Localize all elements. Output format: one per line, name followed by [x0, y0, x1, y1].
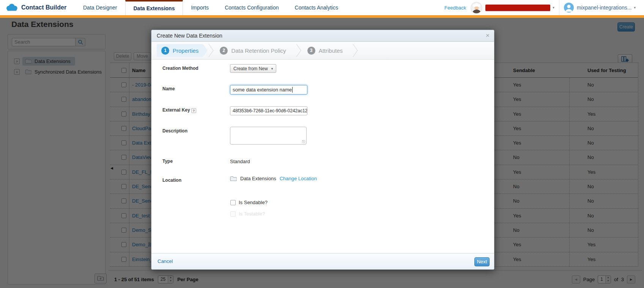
einstein-avatar[interactable]	[471, 2, 482, 14]
nav-tab[interactable]: Data Designer	[75, 0, 125, 15]
modal-title: Create New Data Extension	[157, 33, 222, 39]
chevron-down-icon[interactable]: ▾	[553, 6, 554, 9]
folder-icon	[230, 176, 237, 181]
app-root: Contact Builder Data Designer Data Exten…	[0, 0, 644, 288]
nav-tab[interactable]: Contacts Analytics	[287, 0, 346, 15]
chevron-separator-icon	[208, 44, 214, 57]
wizard-step[interactable]: 3 Attributes	[303, 44, 359, 57]
modal-body: Creation Method Create from New ▾ Name s…	[151, 60, 494, 253]
create-data-extension-modal: Create New Data Extension × 1 Properties…	[151, 30, 494, 270]
nav-divider	[559, 0, 559, 15]
user-avatar[interactable]	[564, 3, 574, 13]
nav-tabs: Data Designer Data Extensions Imports Co…	[75, 0, 346, 15]
redacted-org-name[interactable]	[485, 5, 550, 11]
person-icon	[564, 3, 574, 13]
type-value: Standard	[230, 159, 250, 164]
help-icon[interactable]: ?	[191, 108, 196, 113]
chevron-separator-icon	[296, 44, 301, 57]
wizard-steps: 1 Properties 2 Data Retention Policy 3 A…	[151, 42, 494, 60]
description-label: Description	[162, 128, 187, 134]
accent-bar	[0, 15, 644, 18]
modal-footer: Cancel Next	[151, 253, 494, 269]
nav-tab-label: Contacts Configuration	[225, 5, 279, 11]
nav-tab-label: Contacts Analytics	[295, 5, 338, 11]
location-row: Data Extensions Change Location	[230, 176, 317, 181]
external-key-input[interactable]: 48f353b6-7268-11ec-90d6-0242ac1200	[230, 106, 307, 115]
nav-tab[interactable]: Contacts Configuration	[217, 0, 287, 15]
creation-method-label: Creation Method	[162, 66, 198, 71]
change-location-link[interactable]: Change Location	[280, 176, 317, 181]
einstein-icon	[471, 2, 482, 14]
step-body: 1 Properties	[157, 44, 208, 57]
nav-tab-label: Data Designer	[83, 5, 117, 11]
is-testable-row: Is Testable?	[230, 211, 265, 217]
location-value: Data Extensions	[240, 176, 276, 181]
chevron-separator-icon	[353, 44, 358, 57]
is-sendable-checkbox[interactable]	[230, 200, 236, 205]
nav-right: Feedback ▾ mixpanel-integrations... ▾	[444, 0, 644, 15]
step-body: 3 Attributes	[303, 44, 352, 57]
nav-tab[interactable]: Data Extensions	[125, 0, 183, 15]
external-key-value: 48f353b6-7268-11ec-90d6-0242ac1200	[233, 108, 307, 113]
modal-title-bar: Create New Data Extension ×	[151, 30, 494, 42]
creation-method-value: Create from New	[233, 66, 268, 71]
name-input[interactable]: some data extension name	[230, 85, 307, 94]
creation-method-dropdown[interactable]: Create from New ▾	[230, 64, 276, 73]
chevron-down-icon[interactable]: ▾	[634, 6, 636, 9]
step-number-badge: 1	[161, 47, 169, 55]
nav-tab-label: Data Extensions	[134, 5, 175, 11]
step-label: Data Retention Policy	[231, 47, 286, 54]
account-name[interactable]: mixpanel-integrations...	[577, 5, 632, 11]
type-label: Type	[162, 159, 173, 164]
name-label: Name	[162, 86, 175, 91]
external-key-label: External Key	[162, 107, 190, 113]
text-cursor	[292, 87, 293, 93]
top-nav: Contact Builder Data Designer Data Exten…	[0, 0, 644, 15]
step-label: Attributes	[319, 47, 343, 54]
cloud-logo	[5, 3, 18, 12]
feedback-link[interactable]: Feedback	[444, 5, 466, 11]
is-testable-checkbox	[230, 211, 236, 217]
close-icon[interactable]: ×	[486, 30, 490, 41]
cancel-link[interactable]: Cancel	[157, 253, 173, 269]
step-number-badge: 3	[307, 47, 315, 55]
description-textarea[interactable]	[230, 127, 307, 145]
nav-tab[interactable]: Imports	[183, 0, 217, 15]
step-body: 2 Data Retention Policy	[215, 44, 295, 57]
location-label: Location	[162, 178, 181, 183]
nav-tab-label: Imports	[191, 5, 209, 11]
brand: Contact Builder	[5, 0, 66, 15]
is-sendable-label: Is Sendable?	[239, 200, 268, 205]
step-number-badge: 2	[220, 47, 228, 55]
step-label: Properties	[173, 47, 198, 54]
next-button[interactable]: Next	[474, 257, 490, 266]
app-title: Contact Builder	[21, 4, 66, 11]
chevron-down-icon: ▾	[271, 67, 273, 71]
is-testable-label: Is Testable?	[239, 211, 265, 217]
is-sendable-row: Is Sendable?	[230, 200, 268, 205]
wizard-step[interactable]: 2 Data Retention Policy	[215, 44, 302, 57]
wizard-step[interactable]: 1 Properties	[157, 44, 215, 57]
name-input-value: some data extension name	[233, 87, 292, 93]
